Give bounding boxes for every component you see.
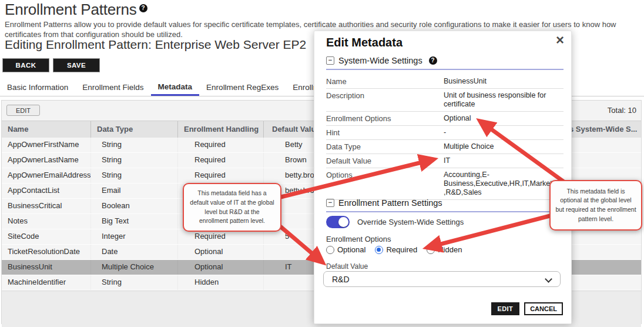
cell-enrollment-handling: Required xyxy=(177,168,263,183)
modal-cancel-button[interactable]: CANCEL xyxy=(524,302,563,315)
column-header-system-wide[interactable]: s System-Wide S... xyxy=(566,121,641,138)
callout-default-value: This metadata field has a default value … xyxy=(183,183,281,232)
close-icon[interactable]: × xyxy=(556,32,564,48)
collapse-icon[interactable]: − xyxy=(326,199,334,207)
system-wide-fields: Name BusinessUnit Description Unit of bu… xyxy=(326,75,564,200)
column-header-data-type[interactable]: Data Type xyxy=(90,121,177,138)
cell-name: AppContactList xyxy=(2,183,90,198)
save-button[interactable]: SAVE xyxy=(53,58,100,72)
cell-data-type: Big Text xyxy=(90,214,177,229)
cell-data-type: Email xyxy=(90,183,177,198)
edit-metadata-modal: Edit Metadata × − System-Wide Settings ?… xyxy=(314,31,572,324)
pattern-section-header: − Enrollment Pattern Settings xyxy=(326,198,442,208)
radio-label: Hidden xyxy=(438,245,462,254)
default-value-label: Default Value xyxy=(326,262,368,271)
field-label: Hint xyxy=(326,128,444,137)
radio-option[interactable]: Required xyxy=(375,245,417,254)
help-icon[interactable]: ? xyxy=(429,56,437,65)
cell-data-type: Boolean xyxy=(90,199,177,213)
cell-name: MachineIdentifier xyxy=(2,275,90,290)
collapse-icon[interactable]: − xyxy=(326,56,334,65)
enrollment-patterns-page: Enrollment Patterns? Enrollment Patterns… xyxy=(0,0,644,327)
override-toggle-label: Override System-Wide Settings xyxy=(357,218,464,226)
cell-name: AppOwnerFirstName xyxy=(2,138,90,152)
tab[interactable]: Enrollment Fields xyxy=(75,80,150,96)
field-value: Accounting,E-Business,Executive,HR,IT,Ma… xyxy=(444,171,564,197)
default-value-selected: R&D xyxy=(332,275,350,284)
field-value: IT xyxy=(444,156,564,165)
cell-enrollment-handling: Required xyxy=(177,138,263,152)
cell-name: AppOwnerLastName xyxy=(2,153,90,168)
total-count: Total: 10 xyxy=(608,106,636,115)
cell-enrollment-handling: Required xyxy=(177,153,263,168)
radio-option[interactable]: Hidden xyxy=(427,245,462,254)
cell-data-type: String xyxy=(90,138,177,152)
cell-name: SiteCode xyxy=(2,229,90,244)
cell-data-type: String xyxy=(90,153,177,168)
cell-system-wide xyxy=(566,245,641,259)
cell-enrollment-handling: Hidden xyxy=(177,275,263,290)
cell-system-wide xyxy=(566,260,641,275)
field-label: Description xyxy=(326,91,444,109)
system-wide-field-row: Hint - xyxy=(326,126,564,140)
radio-option[interactable]: Optional xyxy=(326,245,365,254)
tab[interactable]: Enrollment RegExes xyxy=(199,80,286,96)
system-wide-field-row: Data Type Multiple Choice xyxy=(326,140,564,154)
radio-circle-icon xyxy=(375,246,383,254)
modal-edit-button[interactable]: EDIT xyxy=(491,302,520,315)
cell-data-type: String xyxy=(90,275,177,290)
field-value: BusinessUnit xyxy=(444,77,564,86)
radio-label: Optional xyxy=(337,245,365,254)
system-wide-field-row: Enrollment Options Optional xyxy=(326,112,564,126)
modal-buttons: EDIT CANCEL xyxy=(491,302,564,315)
cell-name: Notes xyxy=(2,214,90,229)
field-value: Unit of business responsible for certifi… xyxy=(444,91,564,109)
cell-name: BusinessCritical xyxy=(2,199,90,213)
modal-title: Edit Metadata xyxy=(326,36,402,49)
system-wide-field-row: Options Accounting,E-Business,Executive,… xyxy=(326,168,564,200)
field-value: Optional xyxy=(444,114,564,123)
chevron-down-icon xyxy=(545,275,552,283)
system-wide-section-title: System-Wide Settings xyxy=(338,56,422,65)
column-header-enrollment-handling[interactable]: Enrollment Handling xyxy=(177,121,263,138)
default-value-select[interactable]: R&D xyxy=(323,271,561,287)
header-buttons: BACK SAVE xyxy=(2,58,100,72)
radio-label: Required xyxy=(386,245,417,254)
section-divider xyxy=(326,69,564,70)
enrollment-options-radios: Optional Required Hidden xyxy=(326,245,462,254)
editing-pattern-subtitle: Editing Enrollment Pattern: Enterprise W… xyxy=(5,38,306,52)
field-label: Data Type xyxy=(326,142,444,151)
field-value: - xyxy=(444,128,564,137)
cell-system-wide xyxy=(566,153,641,168)
field-value: Multiple Choice xyxy=(444,142,564,151)
field-label: Name xyxy=(326,77,444,86)
tab[interactable]: Metadata xyxy=(151,80,200,96)
field-label: Default Value xyxy=(326,156,444,165)
radio-circle-icon xyxy=(427,246,435,254)
cell-data-type: Multiple Choice xyxy=(90,260,177,275)
page-title: Enrollment Patterns? xyxy=(5,1,147,19)
cell-data-type: Date xyxy=(90,245,177,259)
cell-name: BusinessUnit xyxy=(2,260,90,275)
column-header-name[interactable]: Name xyxy=(2,121,90,138)
cell-name: TicketResolutionDate xyxy=(2,245,90,259)
cell-system-wide xyxy=(566,275,641,290)
cell-enrollment-handling: Optional xyxy=(177,260,263,275)
page-title-text: Enrollment Patterns xyxy=(5,1,137,18)
cell-name: AppOwnerEmailAddress xyxy=(2,168,90,183)
enrollment-options-label: Enrollment Options xyxy=(326,235,391,243)
toggle-knob xyxy=(338,217,348,227)
back-button[interactable]: BACK xyxy=(2,58,49,72)
system-wide-section-header: − System-Wide Settings ? xyxy=(326,56,437,65)
cell-system-wide xyxy=(566,229,641,244)
system-wide-field-row: Default Value IT xyxy=(326,154,564,168)
system-wide-field-row: Description Unit of business responsible… xyxy=(326,89,564,112)
radio-circle-icon xyxy=(326,246,334,254)
override-system-wide-toggle[interactable] xyxy=(326,216,350,228)
edit-row-button[interactable]: EDIT xyxy=(6,105,40,116)
help-icon[interactable]: ? xyxy=(139,4,147,12)
tab[interactable]: Basic Information xyxy=(0,80,75,96)
cell-data-type: Integer xyxy=(90,229,177,244)
pattern-section-title: Enrollment Pattern Settings xyxy=(338,198,442,208)
callout-enrollment-options: This metadata field is optional at the g… xyxy=(549,180,642,231)
